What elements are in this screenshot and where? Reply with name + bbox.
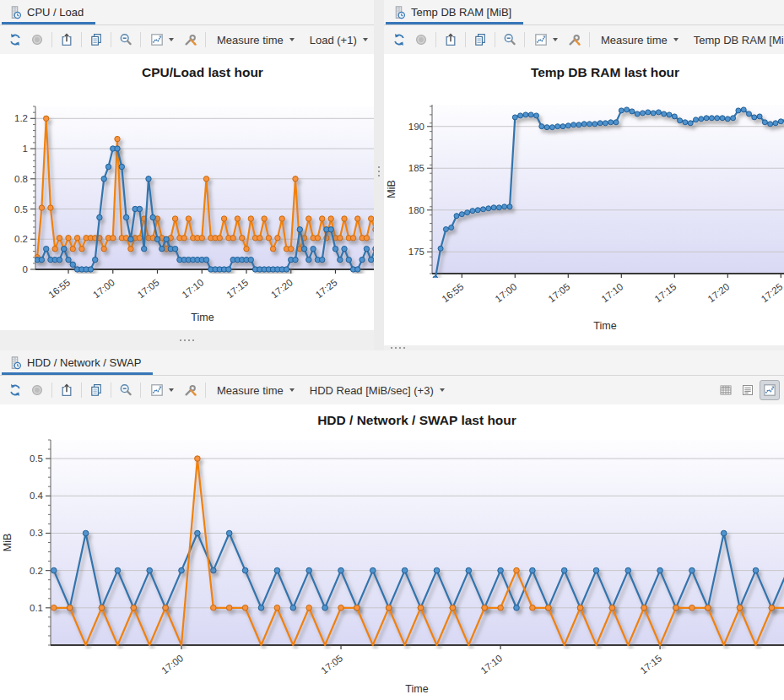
copy-icon — [89, 383, 103, 397]
temp-db-ram-chart[interactable]: 17518018519016:5517:0017:0517:1017:1517:… — [384, 54, 784, 345]
svg-text:0.5: 0.5 — [30, 453, 43, 464]
svg-text:17:15: 17:15 — [638, 653, 663, 676]
cpu-load-chart[interactable]: 00.20.50.811.216:5517:0017:0517:1017:151… — [0, 54, 374, 330]
toolbar-separator — [51, 383, 52, 398]
cpu-load-tabbar: CPU / Load — [0, 0, 374, 25]
svg-text:0.4: 0.4 — [30, 491, 44, 501]
svg-text:0.2: 0.2 — [14, 234, 28, 244]
record-icon — [30, 383, 44, 397]
tab-cpu-load[interactable]: CPU / Load — [2, 0, 95, 24]
chart-type-dropdown[interactable] — [145, 30, 179, 50]
horizontal-splitter[interactable] — [0, 330, 374, 350]
svg-text:0.1: 0.1 — [30, 603, 43, 613]
svg-text:17:10: 17:10 — [180, 277, 205, 300]
hdd-network-swap-chart[interactable]: 0.10.20.30.40.517:0017:0517:1017:15HDD /… — [0, 404, 784, 700]
measure-time-dropdown[interactable]: Measure time — [594, 30, 685, 50]
series-dropdown[interactable]: HDD Read [MiB/sec] (+3) — [303, 380, 451, 400]
measure-time-dropdown[interactable]: Measure time — [210, 380, 301, 400]
copy-icon — [473, 33, 487, 46]
record-button[interactable] — [27, 30, 47, 50]
svg-text:0.3: 0.3 — [30, 528, 43, 538]
settings-button[interactable] — [181, 30, 201, 50]
vertical-splitter[interactable] — [374, 0, 384, 350]
refresh-button[interactable] — [5, 30, 25, 50]
refresh-button[interactable] — [389, 30, 409, 50]
chart-type-dropdown[interactable] — [529, 30, 563, 50]
svg-text:17:00: 17:00 — [91, 277, 116, 300]
toolbar-separator — [111, 32, 111, 47]
series-dropdown[interactable]: Load (+1) — [303, 30, 375, 50]
series-dropdown-label: Load (+1) — [310, 34, 357, 46]
toolbar-separator — [140, 383, 141, 398]
refresh-icon — [392, 33, 406, 46]
active-tab-underline — [386, 22, 523, 24]
svg-text:0.8: 0.8 — [14, 174, 28, 184]
active-tab-underline — [2, 22, 95, 24]
zoom-out-icon — [503, 33, 516, 46]
toolbar-separator — [81, 383, 82, 398]
svg-text:17:05: 17:05 — [546, 281, 571, 304]
toolbar-separator — [589, 32, 590, 47]
toolbar-separator — [111, 383, 111, 398]
chevron-down-icon — [289, 38, 295, 41]
chart-view-button[interactable] — [760, 380, 780, 400]
active-tab-underline — [2, 372, 153, 375]
export-button[interactable] — [57, 380, 77, 400]
toolbar-separator — [495, 32, 495, 47]
copy-button[interactable] — [470, 30, 490, 50]
measure-time-label: Measure time — [217, 384, 284, 397]
chart-type-dropdown[interactable] — [145, 380, 179, 400]
svg-text:180: 180 — [408, 205, 424, 215]
chevron-down-icon — [363, 38, 368, 41]
svg-text:17:05: 17:05 — [319, 653, 344, 676]
copy-button[interactable] — [86, 380, 106, 400]
svg-text:0.5: 0.5 — [14, 204, 28, 214]
toolbar-separator — [435, 32, 436, 47]
svg-text:MiB: MiB — [2, 534, 14, 552]
toolbar-separator — [140, 32, 141, 47]
zoom-out-button[interactable] — [500, 30, 520, 50]
chart-icon — [534, 33, 548, 46]
export-button[interactable] — [441, 30, 461, 50]
record-button[interactable] — [27, 380, 47, 400]
svg-text:17:15: 17:15 — [652, 281, 678, 304]
refresh-icon — [8, 33, 22, 46]
dashboard-icon — [392, 6, 406, 19]
record-button[interactable] — [411, 30, 431, 50]
record-icon — [414, 33, 428, 46]
toolbar-separator — [81, 32, 82, 47]
measure-time-label: Measure time — [217, 34, 284, 46]
svg-text:17:25: 17:25 — [759, 281, 784, 304]
tab-temp-db-ram[interactable]: Temp DB RAM [MiB] — [386, 0, 523, 24]
grid-view-button[interactable] — [716, 380, 736, 400]
temp-db-ram-chart-canvas: 17518018519016:5517:0017:0517:1017:1517:… — [384, 54, 784, 345]
series-dropdown[interactable]: Temp DB RAM [MiB] — [687, 30, 784, 50]
svg-text:17:00: 17:00 — [493, 281, 518, 304]
toolbar-separator — [465, 32, 466, 47]
export-button[interactable] — [57, 30, 77, 50]
splitter-handle-icon — [391, 347, 405, 349]
zoom-out-button[interactable] — [116, 30, 136, 50]
splitter-handle-icon — [378, 166, 380, 176]
chevron-down-icon — [440, 388, 445, 392]
copy-button[interactable] — [86, 30, 106, 50]
top-row: CPU / Load Measure time Load (+1) — [0, 0, 784, 350]
export-icon — [60, 383, 73, 397]
tab-hdd-network-swap[interactable]: HDD / Network / SWAP — [2, 350, 153, 375]
refresh-button[interactable] — [5, 380, 25, 400]
dashboard-window: CPU / Load Measure time Load (+1) — [0, 0, 784, 700]
measure-time-dropdown[interactable]: Measure time — [210, 30, 301, 50]
settings-button[interactable] — [565, 30, 585, 50]
svg-text:HDD / Network / SWAP last hour: HDD / Network / SWAP last hour — [317, 413, 516, 427]
svg-text:17:05: 17:05 — [136, 277, 161, 300]
hdd-network-swap-chart-canvas: 0.10.20.30.40.517:0017:0517:1017:15HDD /… — [0, 404, 784, 700]
settings-button[interactable] — [181, 380, 201, 400]
list-view-button[interactable] — [738, 380, 758, 400]
svg-text:0.2: 0.2 — [30, 566, 43, 576]
svg-text:Time: Time — [405, 683, 428, 695]
chart-view-icon — [763, 383, 776, 397]
copy-icon — [89, 33, 103, 46]
zoom-out-button[interactable] — [116, 380, 136, 400]
hdd-network-swap-toolbar: Measure time HDD Read [MiB/sec] (+3) — [0, 376, 784, 404]
chart-icon — [150, 383, 164, 397]
